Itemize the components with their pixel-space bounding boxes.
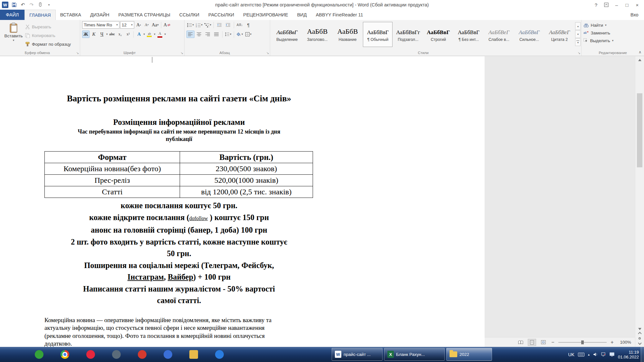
minimize-button[interactable]: – [612,1,621,9]
style-item-normal[interactable]: АаБбВвГ¶ Обычный [363,22,393,47]
show-desktop-button[interactable] [641,347,644,362]
underline-caret-icon[interactable]: ▾ [106,33,108,36]
restore-button[interactable]: □ [622,1,632,9]
sign-in-label[interactable]: Вхо [630,10,644,20]
taskbar-pinned-icon-2[interactable] [61,350,69,359]
previous-page-icon[interactable] [638,332,641,335]
copy-button[interactable]: Копировать [25,32,71,39]
touch-mode-icon[interactable] [37,2,43,8]
style-item-quote2[interactable]: АаБбВеГЦитата 2 [545,22,574,47]
change-case-button[interactable]: Аа▾ [151,21,159,29]
help-button[interactable]: ? [591,1,601,9]
tab-page-layout[interactable]: РАЗМЕТКА СТРАНИЦЫ [114,10,175,20]
styles-dialog-launcher-icon[interactable]: ↘ [578,51,580,55]
tab-review[interactable]: РЕЦЕНЗИРОВАНИЕ [239,10,292,20]
bold-button[interactable]: Ж [82,31,90,38]
scrollbar-thumb[interactable] [637,93,642,167]
save-icon[interactable] [11,2,17,8]
font-color-button[interactable]: А [156,31,164,38]
style-item-intense-emphasis[interactable]: АаБбВвГСильное... [514,22,544,47]
tab-abbyy-finereader[interactable]: ABBYY FineReader 11 [311,10,368,20]
styles-scroll-down-button[interactable]: ▾ [575,30,581,38]
tab-home[interactable]: ГЛАВНАЯ [24,10,56,20]
tab-view[interactable]: ВИД [293,10,311,20]
borders-button[interactable]: ▾ [244,31,252,38]
style-item-title[interactable]: АаБбВНазвание [333,22,362,47]
font-color-caret-icon[interactable]: ▾ [164,33,166,36]
close-button[interactable]: × [632,1,642,9]
underline-button[interactable]: Ч [98,31,106,38]
taskbar-pinned-icon-5[interactable] [138,350,147,359]
show-marks-button[interactable]: ¶ [244,21,252,29]
tab-references[interactable]: ССЫЛКИ [175,10,204,20]
bullets-button[interactable]: ▾ [186,21,194,29]
justify-button[interactable] [213,31,221,38]
grow-font-button[interactable]: А▴ [135,21,142,29]
text-effects-caret-icon[interactable]: ▾ [143,33,145,36]
align-center-button[interactable] [195,31,203,38]
zoom-slider[interactable] [558,342,607,343]
web-layout-button[interactable] [539,339,547,346]
paragraph-dialog-launcher-icon[interactable]: ↘ [266,51,269,55]
increase-indent-button[interactable] [224,21,232,29]
taskbar-pinned-icon-8[interactable] [215,350,224,359]
zoom-in-button[interactable]: + [610,339,615,345]
scroll-up-icon[interactable] [638,59,641,61]
dofollow-link[interactable]: dofollow [189,216,208,221]
display-icon[interactable] [610,352,614,357]
taskbar-button-excel[interactable]: X Бланк Рахун... [384,348,445,361]
decrease-indent-button[interactable] [215,21,223,29]
italic-button[interactable]: К [90,31,98,38]
language-indicator[interactable]: UK [568,352,574,357]
find-button[interactable]: Найти ▾ [583,21,642,29]
style-item-no-spacing[interactable]: АаБбВвГ¶ Без инт... [454,22,483,47]
styles-more-button[interactable]: ▾ [575,38,581,46]
network-error-icon[interactable]: × [601,352,606,357]
style-item-emphasis[interactable]: АаБбВвГВыделение [272,22,302,47]
zoom-level[interactable]: 100% [618,340,631,345]
subscript-button[interactable]: x₂ [116,31,124,38]
taskbar-button-word[interactable]: W прайс-сайт ... [332,348,383,361]
zoom-slider-thumb[interactable] [581,340,584,344]
qat-customize-caret-icon[interactable]: ▾ [46,2,52,8]
align-left-button[interactable] [186,31,194,38]
taskbar-pinned-icon-3[interactable] [86,350,95,359]
strikethrough-button[interactable]: abc [108,31,116,38]
styles-scroll-up-button[interactable]: ▴ [575,22,581,30]
volume-icon[interactable] [593,352,598,357]
taskbar-pinned-icon-7[interactable] [189,350,198,359]
redo-icon[interactable]: ↷ [29,2,34,8]
multilevel-list-button[interactable]: ▾ [204,21,212,29]
shrink-font-button[interactable]: А▾ [143,21,150,29]
tab-design[interactable]: ДИЗАЙН [86,10,114,20]
taskbar-pinned-icon-6[interactable] [164,350,172,359]
next-page-icon[interactable] [638,341,641,345]
style-item-subtitle[interactable]: АаБбВвГгПодзагол... [393,22,423,47]
numbering-button[interactable]: 123 ▾ [195,21,203,29]
collapse-ribbon-icon[interactable]: ∧ [639,50,641,54]
replace-button[interactable]: ab Заменить [583,29,642,37]
tab-insert[interactable]: ВСТАВКА [56,10,86,20]
scroll-down-icon[interactable] [638,328,641,330]
line-spacing-button[interactable]: ▾ [224,31,232,38]
ribbon-display-options-button[interactable] [601,1,611,9]
clock[interactable]: 11:19 01.06.2022 [618,350,639,359]
zoom-out-button[interactable]: − [550,339,555,345]
clear-formatting-button[interactable]: А [163,21,171,29]
style-item-heading1[interactable]: АаБбВЗаголово... [302,22,332,47]
taskbar-pinned-icon-1[interactable] [35,350,43,359]
align-right-button[interactable] [204,31,212,38]
highlight-caret-icon[interactable]: ▾ [154,33,156,36]
keyboard-icon[interactable] [578,353,584,357]
highlight-color-button[interactable]: ab [146,31,153,38]
cut-button[interactable]: Вырезать [25,23,71,30]
tray-expand-icon[interactable]: ▴ [588,353,590,356]
tab-mailings[interactable]: РАССЫЛКИ [204,10,239,20]
undo-icon[interactable]: ↶ [20,2,26,8]
taskbar-button-folder-2022[interactable]: 2022 [446,348,492,361]
style-item-strong[interactable]: АаБбВвГСтрогий [423,22,453,47]
tab-file[interactable]: ФАЙЛ [0,10,24,20]
style-item-subtle-emphasis[interactable]: АаБбВеГСлабое в... [484,22,514,47]
print-layout-button[interactable] [528,339,536,346]
select-browse-object-icon[interactable] [639,337,641,339]
